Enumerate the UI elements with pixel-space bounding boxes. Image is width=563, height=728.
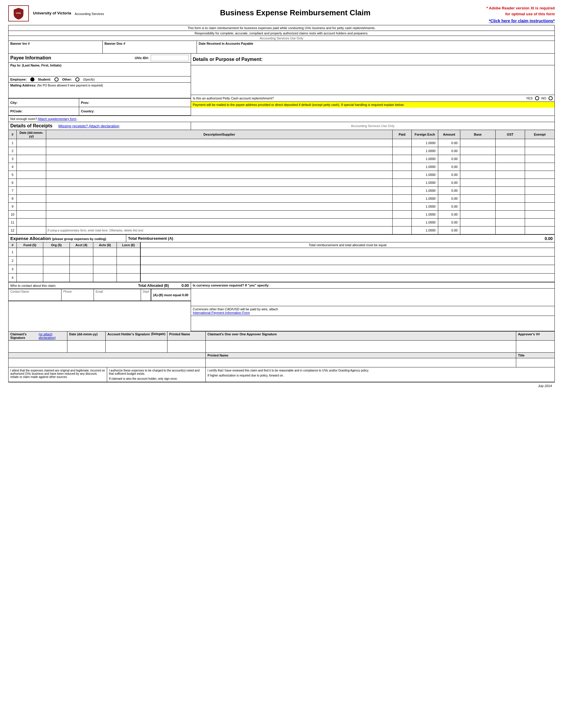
row-12-gst[interactable]	[496, 226, 525, 234]
alloc-4-locn-input[interactable]	[118, 274, 139, 281]
alloc-2-actv-input[interactable]	[94, 257, 115, 264]
row-6-paid-input[interactable]	[394, 179, 410, 186]
row-11-exempt[interactable]	[525, 219, 554, 226]
attach-supplementary-link[interactable]: Attach supplementary form	[38, 117, 76, 121]
alloc-4-fund-input[interactable]	[18, 274, 42, 281]
row-12-exempt-input[interactable]	[526, 227, 553, 234]
row-5-exempt[interactable]	[525, 171, 554, 179]
row-6-base[interactable]	[460, 179, 496, 186]
claim-instructions-link[interactable]: *Click here for claim instructions*	[489, 19, 555, 23]
row-12-base[interactable]	[460, 226, 496, 234]
contact-dept-input[interactable]	[143, 293, 149, 300]
contact-name-input[interactable]	[10, 293, 59, 300]
row-4-base-input[interactable]	[462, 164, 494, 170]
row-4-desc-input[interactable]	[47, 164, 391, 170]
row-11-date-input[interactable]	[18, 219, 45, 226]
one-over-sig-input[interactable]	[206, 341, 516, 352]
banner-doc-input[interactable]	[104, 45, 195, 52]
row-8-desc-input[interactable]	[47, 195, 391, 202]
alloc-2-fund-input[interactable]	[18, 257, 42, 264]
approver-v-input[interactable]	[516, 341, 554, 352]
row-11-gst-input[interactable]	[497, 219, 524, 226]
row-5-gst[interactable]	[496, 171, 525, 179]
row-5-date-input[interactable]	[18, 171, 45, 178]
row-8-exempt-input[interactable]	[526, 195, 553, 202]
row-10-base[interactable]	[460, 211, 496, 218]
petty-yes-radio[interactable]	[535, 96, 539, 100]
city-input[interactable]	[19, 99, 77, 106]
alloc-1-acct-input[interactable]	[71, 249, 92, 255]
row-5-desc[interactable]	[46, 171, 393, 179]
row-7-desc-input[interactable]	[47, 187, 391, 194]
claimant-sig-note[interactable]: (or attach declaration)	[39, 332, 65, 339]
row-5-gst-input[interactable]	[497, 171, 524, 178]
row-6-paid[interactable]	[393, 179, 412, 186]
mailing-input[interactable]	[10, 88, 189, 97]
row-10-gst[interactable]	[496, 211, 525, 218]
row-1-gst[interactable]	[496, 139, 525, 147]
row-6-desc[interactable]	[46, 179, 393, 186]
acct-holder-sig-input[interactable]	[106, 341, 167, 352]
row-1-paid[interactable]	[393, 139, 412, 147]
row-12-paid-input[interactable]	[394, 227, 410, 234]
alloc-2-locn[interactable]	[117, 256, 140, 265]
alloc-3-actv[interactable]	[93, 265, 117, 273]
row-4-gst-input[interactable]	[497, 164, 524, 170]
alloc-3-org-input[interactable]	[44, 266, 68, 272]
title-col-input[interactable]	[516, 358, 554, 367]
row-8-gst-input[interactable]	[497, 195, 524, 202]
row-5-exempt-input[interactable]	[526, 171, 553, 178]
row-10-exempt-input[interactable]	[526, 211, 553, 218]
alloc-4-acct-input[interactable]	[71, 274, 92, 281]
row-6-base-input[interactable]	[462, 179, 494, 186]
row-8-paid[interactable]	[393, 195, 412, 202]
alloc-2-locn-input[interactable]	[118, 257, 139, 264]
row-5-paid-input[interactable]	[394, 171, 410, 178]
alloc-4-acct[interactable]	[70, 274, 93, 282]
alloc-1-actv[interactable]	[93, 248, 117, 256]
payment-textarea[interactable]	[193, 66, 553, 93]
row-6-gst[interactable]	[496, 179, 525, 186]
row-6-desc-input[interactable]	[47, 179, 391, 186]
banner-inv-input[interactable]	[10, 45, 101, 52]
row-2-date[interactable]	[17, 147, 46, 155]
alloc-2-org[interactable]	[43, 256, 70, 265]
intl-payment-link[interactable]: International Payment Information Form	[193, 311, 250, 314]
row-7-paid-input[interactable]	[394, 187, 410, 194]
row-6-exempt[interactable]	[525, 179, 554, 186]
alloc-2-acct[interactable]	[70, 256, 93, 265]
row-4-date-input[interactable]	[18, 164, 45, 170]
row-5-base[interactable]	[460, 171, 496, 179]
row-12-paid[interactable]	[393, 226, 412, 234]
row-8-gst[interactable]	[496, 195, 525, 202]
row-9-exempt[interactable]	[525, 203, 554, 210]
row-11-paid-input[interactable]	[394, 219, 410, 226]
row-2-exempt-input[interactable]	[526, 148, 553, 154]
row-2-desc-input[interactable]	[47, 148, 391, 154]
employee-radio[interactable]	[30, 77, 34, 81]
row-12-date[interactable]	[17, 226, 46, 234]
row-2-exempt[interactable]	[525, 147, 554, 155]
row-1-gst-input[interactable]	[497, 140, 524, 146]
row-9-desc-input[interactable]	[47, 203, 391, 210]
row-7-base-input[interactable]	[462, 187, 494, 194]
row-3-desc-input[interactable]	[47, 156, 391, 162]
alloc-4-org[interactable]	[43, 274, 70, 282]
row-10-gst-input[interactable]	[497, 211, 524, 218]
row-11-date[interactable]	[17, 219, 46, 226]
row-11-gst[interactable]	[496, 219, 525, 226]
row-4-paid[interactable]	[393, 163, 412, 171]
row-3-exempt-input[interactable]	[526, 156, 553, 162]
alloc-3-locn-input[interactable]	[118, 266, 139, 272]
row-4-date[interactable]	[17, 163, 46, 171]
alloc-2-org-input[interactable]	[44, 257, 68, 264]
row-3-paid[interactable]	[393, 155, 412, 163]
row-6-date-input[interactable]	[18, 179, 45, 186]
row-4-exempt-input[interactable]	[526, 164, 553, 170]
row-10-exempt[interactable]	[525, 211, 554, 218]
row-5-paid[interactable]	[393, 171, 412, 179]
alloc-3-acct[interactable]	[70, 265, 93, 273]
pcode-input[interactable]	[24, 108, 77, 114]
printed-name-sig-input[interactable]	[167, 341, 205, 352]
row-1-paid-input[interactable]	[394, 140, 410, 146]
